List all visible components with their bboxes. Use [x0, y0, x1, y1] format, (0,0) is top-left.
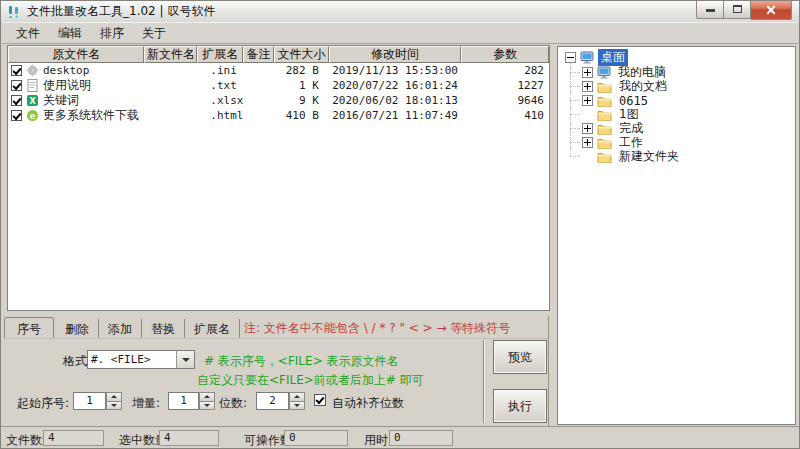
preview-button[interactable]: 预览 — [493, 340, 547, 374]
autopad-label: 自动补齐位数 — [332, 395, 404, 412]
panel-divider — [4, 338, 548, 339]
folder-icon — [597, 81, 612, 93]
tree-item-new-folder[interactable]: 新建文件夹 — [558, 149, 795, 164]
increment-input[interactable]: 1 — [168, 392, 199, 410]
collapse-icon[interactable] — [565, 52, 576, 63]
folder-tree: 桌面 我的电脑 我的文档 0 — [557, 46, 796, 425]
expand-icon[interactable] — [582, 81, 593, 92]
row-checkbox[interactable] — [11, 80, 22, 91]
start-number-label: 起始序号: — [17, 395, 69, 412]
folder-icon — [597, 151, 612, 163]
spin-up-icon[interactable] — [289, 392, 305, 402]
digits-label: 位数: — [219, 395, 247, 412]
spin-up-icon[interactable] — [199, 392, 215, 402]
size-cell: 9 K — [274, 94, 329, 107]
size-cell: 1 K — [274, 79, 329, 92]
col-size[interactable]: 文件大小 — [274, 46, 329, 63]
caption-buttons — [696, 1, 792, 20]
tree-item-my-documents[interactable]: 我的文档 — [558, 79, 795, 94]
expand-icon[interactable] — [582, 95, 593, 106]
app-window: 文件批量改名工具_1.02 | 叹号软件 文件 编辑 排序 关于 原文件名 新文… — [0, 0, 800, 449]
text-file-icon — [26, 79, 39, 92]
tab-xuhao[interactable]: 序号 — [4, 317, 54, 339]
menu-file[interactable]: 文件 — [7, 23, 49, 44]
expand-icon[interactable] — [582, 67, 593, 78]
param-cell: 282 — [461, 64, 549, 77]
file-name: desktop — [43, 64, 89, 77]
minimize-icon — [706, 9, 715, 12]
modified-cell: 2019/11/13 15:53:00 — [329, 64, 461, 77]
tree-item-desktop[interactable]: 桌面 — [558, 50, 795, 65]
minimize-button[interactable] — [696, 1, 724, 19]
chevron-down-icon — [182, 358, 190, 362]
ini-file-icon — [26, 64, 39, 77]
tab-tianjia[interactable]: 添加 — [99, 319, 142, 338]
ext-cell: .txt — [197, 79, 243, 92]
tree-item-my-computer[interactable]: 我的电脑 — [558, 65, 795, 80]
spin-up-icon[interactable] — [106, 392, 122, 402]
menu-bar: 文件 编辑 排序 关于 — [2, 22, 798, 44]
tab-shanchu[interactable]: 删除 — [56, 319, 99, 338]
file-count-value: 4 — [43, 430, 104, 446]
folder-icon — [597, 95, 612, 107]
modified-cell: 2020/07/22 16:01:24 — [329, 79, 461, 92]
tab-kuozhanming[interactable]: 扩展名 — [185, 319, 240, 338]
col-original-name[interactable]: 原文件名 — [8, 46, 144, 63]
spin-down-icon[interactable] — [289, 402, 305, 411]
col-note[interactable]: 备注 — [243, 46, 274, 63]
folder-icon — [597, 137, 612, 149]
maximize-button[interactable] — [724, 1, 751, 19]
format-value: #. <FILE> — [88, 351, 176, 368]
col-new-name[interactable]: 新文件名 — [144, 46, 197, 63]
folder-icon — [597, 109, 612, 121]
size-cell: 282 B — [274, 64, 329, 77]
elapsed-value: 0 — [389, 430, 453, 446]
spin-down-icon[interactable] — [106, 402, 122, 411]
menu-sort[interactable]: 排序 — [91, 23, 133, 44]
start-number-input[interactable]: 1 — [73, 392, 106, 410]
row-checkbox[interactable] — [11, 110, 22, 121]
modified-cell: 2016/07/21 11:07:49 — [329, 109, 461, 122]
dropdown-button[interactable] — [176, 351, 194, 368]
title-bar: 文件批量改名工具_1.02 | 叹号软件 — [1, 1, 799, 22]
expand-icon[interactable] — [582, 123, 593, 134]
panel-divider — [548, 316, 549, 426]
start-number-stepper[interactable] — [106, 392, 122, 410]
expand-icon[interactable] — [582, 137, 593, 148]
file-name: 更多系统软件下载 — [43, 107, 139, 124]
ext-cell: .xlsx — [197, 94, 243, 107]
format-dropdown[interactable]: #. <FILE> — [87, 350, 195, 369]
folder-icon — [597, 123, 612, 135]
table-row[interactable]: desktop .ini 282 B 2019/11/13 15:53:00 2… — [8, 63, 549, 78]
digits-input[interactable]: 2 — [256, 392, 289, 410]
ext-cell: .ini — [197, 64, 243, 77]
param-cell: 410 — [461, 109, 549, 122]
format-hint-1: # 表示序号，<FILE> 表示原文件名 — [204, 353, 399, 370]
col-modified[interactable]: 修改时间 — [329, 46, 462, 63]
tree-item-1tu[interactable]: 1图 — [558, 107, 795, 122]
tree-item-wancheng[interactable]: 完成 — [558, 121, 795, 136]
row-checkbox[interactable] — [11, 65, 22, 76]
table-row[interactable]: 使用说明 .txt 1 K 2020/07/22 16:01:24 1227 — [8, 78, 549, 93]
format-hint-2: 自定义只要在<FILE>前或者后加上# 即可 — [197, 372, 424, 389]
menu-edit[interactable]: 编辑 — [49, 23, 91, 44]
close-button[interactable] — [751, 1, 792, 20]
row-checkbox[interactable] — [11, 95, 22, 106]
digits-stepper[interactable] — [289, 392, 305, 410]
menu-about[interactable]: 关于 — [133, 23, 175, 44]
execute-button[interactable]: 执行 — [493, 389, 547, 423]
spin-down-icon[interactable] — [199, 402, 215, 411]
table-row[interactable]: e 更多系统软件下载 .html 410 B 2016/07/21 11:07:… — [8, 108, 549, 123]
table-row[interactable]: X 关键词 .xlsx 9 K 2020/06/02 18:01:13 9646 — [8, 93, 549, 108]
tab-tihuan[interactable]: 替换 — [142, 319, 185, 338]
html-file-icon: e — [26, 109, 39, 122]
increment-stepper[interactable] — [199, 392, 215, 410]
col-extension[interactable]: 扩展名 — [197, 46, 243, 63]
excel-file-icon: X — [26, 94, 39, 107]
svg-text:X: X — [29, 97, 36, 106]
tree-item-0615[interactable]: 0615 — [558, 93, 795, 108]
autopad-checkbox[interactable] — [314, 394, 326, 406]
col-param[interactable]: 参数 — [461, 46, 549, 63]
table-header: 原文件名 新文件名 扩展名 备注 文件大小 修改时间 参数 — [8, 46, 549, 63]
param-cell: 1227 — [461, 79, 549, 92]
